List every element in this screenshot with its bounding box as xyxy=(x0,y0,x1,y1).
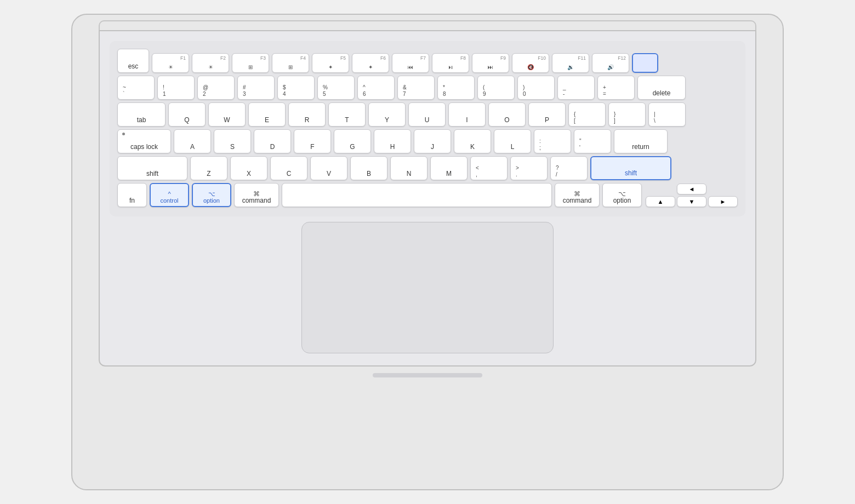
trackpad[interactable] xyxy=(301,222,554,353)
key-x[interactable]: X xyxy=(230,156,267,180)
key-1[interactable]: ! 1 xyxy=(157,76,195,100)
key-slash[interactable]: ? / xyxy=(550,156,588,180)
key-delete[interactable]: delete xyxy=(637,76,686,100)
key-u[interactable]: U xyxy=(408,102,446,127)
key-f4[interactable]: ⊞ F4 xyxy=(272,53,309,73)
key-d[interactable]: D xyxy=(254,129,291,153)
key-y[interactable]: Y xyxy=(368,102,406,127)
key-r[interactable]: R xyxy=(288,102,326,127)
bottom-hinge xyxy=(373,373,482,377)
key-equals[interactable]: + = xyxy=(597,76,635,100)
key-comma[interactable]: < , xyxy=(470,156,508,180)
modifier-row: fn ^ control ⌥ option ⌘ command ⌘ comma xyxy=(117,183,738,207)
key-v[interactable]: V xyxy=(310,156,347,180)
function-key-row: esc ☀ F1 ☀ F2 ⊞ F3 ⊞ F4 xyxy=(117,49,738,73)
number-row: ~ ` ! 1 @ 2 xyxy=(117,76,738,100)
key-tilde[interactable]: ~ ` xyxy=(117,76,155,100)
key-e[interactable]: E xyxy=(248,102,286,127)
key-f6[interactable]: ✦ F6 xyxy=(352,53,389,73)
key-n[interactable]: N xyxy=(390,156,428,180)
key-6[interactable]: ^ 6 xyxy=(357,76,395,100)
arrow-row-top: ◄ xyxy=(646,184,738,194)
arrow-cluster: ◄ ▲ ▼ ► xyxy=(646,184,738,207)
key-f7[interactable]: ⏮ F7 xyxy=(392,53,429,73)
key-c[interactable]: C xyxy=(270,156,307,180)
key-3[interactable]: # 3 xyxy=(237,76,275,100)
key-a[interactable]: A xyxy=(174,129,211,153)
key-f1[interactable]: ☀ F1 xyxy=(152,53,189,73)
key-command-right[interactable]: ⌘ command xyxy=(555,183,600,207)
key-arrow-left[interactable]: ◄ xyxy=(677,184,706,194)
key-5[interactable]: % 5 xyxy=(317,76,355,100)
key-command-left[interactable]: ⌘ command xyxy=(234,183,279,207)
key-caps-lock[interactable]: caps lock xyxy=(117,129,171,153)
key-f10[interactable]: 🔇 F10 xyxy=(512,53,549,73)
key-w[interactable]: W xyxy=(208,102,246,127)
key-i[interactable]: I xyxy=(448,102,486,127)
key-0[interactable]: ) 0 xyxy=(517,76,555,100)
key-arrow-down[interactable]: ▼ xyxy=(677,196,706,207)
key-q[interactable]: Q xyxy=(168,102,206,127)
key-power[interactable] xyxy=(632,53,658,73)
key-space[interactable] xyxy=(282,183,552,207)
key-f11[interactable]: 🔉 F11 xyxy=(552,53,589,73)
caps-lock-indicator xyxy=(122,133,125,135)
key-fn[interactable]: fn xyxy=(117,183,147,207)
key-k[interactable]: K xyxy=(454,129,491,153)
key-4[interactable]: $ 4 xyxy=(277,76,315,100)
key-arrow-right[interactable]: ► xyxy=(708,196,738,207)
key-g[interactable]: G xyxy=(334,129,371,153)
asdf-row: caps lock A S D F G H J K L : ; xyxy=(117,129,738,153)
key-f[interactable]: F xyxy=(294,129,331,153)
keyboard-body: esc ☀ F1 ☀ F2 ⊞ F3 ⊞ F4 xyxy=(110,41,745,216)
key-f9[interactable]: ⏭ F9 xyxy=(472,53,509,73)
key-quote[interactable]: " ' xyxy=(574,129,611,153)
key-f5[interactable]: ✦ F5 xyxy=(312,53,349,73)
key-arrow-up[interactable]: ▲ xyxy=(646,196,675,207)
key-l[interactable]: L xyxy=(494,129,531,153)
key-minus[interactable]: _ - xyxy=(557,76,595,100)
key-o[interactable]: O xyxy=(488,102,526,127)
key-b[interactable]: B xyxy=(350,156,387,180)
key-2[interactable]: @ 2 xyxy=(197,76,235,100)
key-open-bracket[interactable]: { [ xyxy=(568,102,606,127)
key-backslash[interactable]: | \ xyxy=(648,102,686,127)
key-tab[interactable]: tab xyxy=(117,102,166,127)
key-option-left[interactable]: ⌥ option xyxy=(192,183,231,207)
key-shift-left[interactable]: shift xyxy=(117,156,187,180)
key-m[interactable]: M xyxy=(430,156,468,180)
trackpad-area xyxy=(110,222,745,358)
key-f3[interactable]: ⊞ F3 xyxy=(232,53,269,73)
key-semicolon[interactable]: : ; xyxy=(534,129,571,153)
key-f2[interactable]: ☀ F2 xyxy=(192,53,229,73)
arrow-row-bottom: ▲ ▼ ► xyxy=(646,196,738,207)
key-p[interactable]: P xyxy=(528,102,566,127)
key-j[interactable]: J xyxy=(414,129,451,153)
key-esc[interactable]: esc xyxy=(117,49,149,73)
key-s[interactable]: S xyxy=(214,129,251,153)
laptop-body: esc ☀ F1 ☀ F2 ⊞ F3 ⊞ F4 xyxy=(71,14,784,490)
key-z[interactable]: Z xyxy=(190,156,227,180)
key-close-bracket[interactable]: } ] xyxy=(608,102,646,127)
screen-lid xyxy=(99,20,756,30)
key-period[interactable]: > . xyxy=(510,156,548,180)
bottom-bar xyxy=(72,373,783,377)
zxcv-row: shift Z X C V B N M < , > . xyxy=(117,156,738,180)
key-control[interactable]: ^ control xyxy=(150,183,189,207)
key-7[interactable]: & 7 xyxy=(397,76,435,100)
key-shift-right[interactable]: shift xyxy=(590,156,671,180)
key-f12[interactable]: 🔊 F12 xyxy=(592,53,629,73)
key-t[interactable]: T xyxy=(328,102,366,127)
key-8[interactable]: * 8 xyxy=(437,76,475,100)
key-option-right[interactable]: ⌥ option xyxy=(602,183,642,207)
key-9[interactable]: ( 9 xyxy=(477,76,515,100)
keyboard-area: esc ☀ F1 ☀ F2 ⊞ F3 ⊞ F4 xyxy=(99,30,756,366)
key-return[interactable]: return xyxy=(614,129,668,153)
qwerty-row: tab Q W E R T Y U I O P { [ xyxy=(117,102,738,127)
key-h[interactable]: H xyxy=(374,129,411,153)
key-f8[interactable]: ⏯ F8 xyxy=(432,53,469,73)
